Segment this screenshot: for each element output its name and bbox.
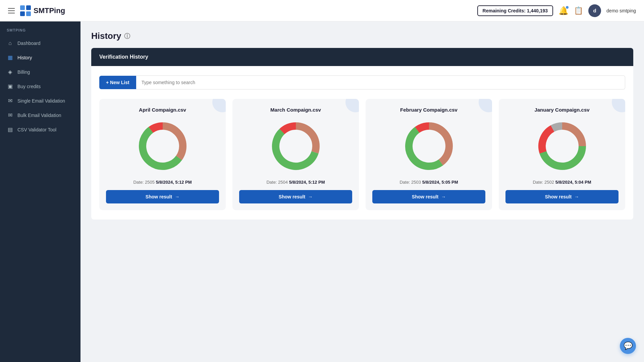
svg-rect-1 [26,5,31,10]
donut-chart [402,119,456,173]
credits-badge: Remaining Credits: 1,440,193 [477,5,553,16]
campaign-card-march: March Compaign.csv Date: 2504 5/8/2024, … [232,99,359,210]
menu-icon[interactable] [8,8,15,13]
home-icon: ⌂ [7,40,13,46]
donut-chart [136,119,190,173]
document-icon[interactable]: 📋 [574,6,583,15]
card-title: February Compaign.csv [400,107,458,113]
sidebar: SMTPING ⌂ Dashboard ▦ History ◈ Billing … [0,21,80,362]
new-list-button[interactable]: + New List [99,76,136,89]
logo: SMTPing [20,5,65,16]
arrow-icon: → [308,194,313,199]
header-right: Remaining Credits: 1,440,193 🔔 📋 d demo … [477,4,636,17]
main-content: History ⓘ Verification History + New Lis… [80,21,644,362]
sidebar-item-history[interactable]: ▦ History [0,50,80,65]
sidebar-item-buy-credits[interactable]: ▣ Buy credits [0,79,80,94]
page-title: History ⓘ [91,31,633,41]
search-bar-row: + New List [99,75,625,89]
card-corner [342,99,359,116]
email-icon: ✉ [7,98,13,104]
show-result-button[interactable]: Show result → [106,190,219,203]
arrow-icon: → [574,194,579,199]
sidebar-item-billing[interactable]: ◈ Billing [0,65,80,79]
credits-icon: ▣ [7,83,13,89]
notification-icon[interactable]: 🔔 [558,6,569,15]
card-date: Date: 2504 5/8/2024, 5:12 PM [266,180,325,185]
sidebar-label-history: History [17,55,32,60]
billing-icon: ◈ [7,69,13,75]
card-title: March Compaign.csv [270,107,321,113]
svg-rect-2 [20,11,25,16]
sidebar-item-csv-validator[interactable]: ▤ CSV Validator Tool [0,122,80,137]
panel-title: Verification History [99,54,148,60]
card-date: Date: 2505 5/8/2024, 5:12 PM [133,180,192,185]
sidebar-label-bulk-email: Bulk Email Validation [17,113,61,118]
show-result-button[interactable]: Show result → [505,190,619,203]
sidebar-label-single-email: Single Email Validation [17,98,65,104]
card-corner [608,99,625,116]
donut-chart [269,119,323,173]
sidebar-item-bulk-email[interactable]: ✉ Bulk Email Validation [0,108,80,122]
svg-rect-0 [20,5,25,10]
campaign-card-april: April Compaign.csv Date: 2505 5/8/2024, … [99,99,226,210]
avatar: d [588,4,601,17]
history-icon: ▦ [7,54,13,61]
card-title: April Compaign.csv [139,107,186,113]
csv-icon: ▤ [7,126,13,133]
show-result-button[interactable]: Show result → [239,190,352,203]
layout: SMTPING ⌂ Dashboard ▦ History ◈ Billing … [0,21,644,362]
history-panel: Verification History [91,48,633,66]
sidebar-section-label: SMTPING [0,28,80,36]
bulk-email-icon: ✉ [7,112,13,118]
sidebar-item-dashboard[interactable]: ⌂ Dashboard [0,36,80,50]
page-title-text: History [91,31,121,41]
sidebar-label-dashboard: Dashboard [17,41,41,46]
search-input[interactable] [136,75,625,89]
show-result-button[interactable]: Show result → [372,190,485,203]
logo-icon [20,5,31,16]
sidebar-label-csv-validator: CSV Validator Tool [17,127,56,132]
user-name: demo smtping [606,8,636,13]
info-icon[interactable]: ⓘ [124,32,130,40]
donut-chart [535,119,589,173]
history-content: + New List April Compaign.csv Date: 2505… [91,66,633,220]
campaign-card-february: February Compaign.csv Date: 2503 5/8/202… [366,99,492,210]
card-corner [209,99,226,116]
card-corner [475,99,492,116]
card-date: Date: 2502 5/8/2024, 5:04 PM [533,180,591,185]
app-name: SMTPing [34,6,65,15]
notification-dot [566,6,569,9]
header-left: SMTPing [8,5,65,16]
card-title: January Compaign.csv [534,107,589,113]
svg-rect-3 [26,11,31,16]
arrow-icon: → [175,194,179,199]
card-date: Date: 2503 5/8/2024, 5:05 PM [399,180,458,185]
sidebar-label-buy-credits: Buy credits [17,84,41,89]
arrow-icon: → [441,194,446,199]
campaigns-grid: April Compaign.csv Date: 2505 5/8/2024, … [99,99,625,210]
sidebar-item-single-email[interactable]: ✉ Single Email Validation [0,94,80,108]
sidebar-label-billing: Billing [17,69,30,75]
header: SMTPing Remaining Credits: 1,440,193 🔔 📋… [0,0,644,21]
chat-bubble[interactable]: 💬 [620,338,636,354]
campaign-card-january: January Compaign.csv Date: 2502 5/8/2024… [499,99,625,210]
